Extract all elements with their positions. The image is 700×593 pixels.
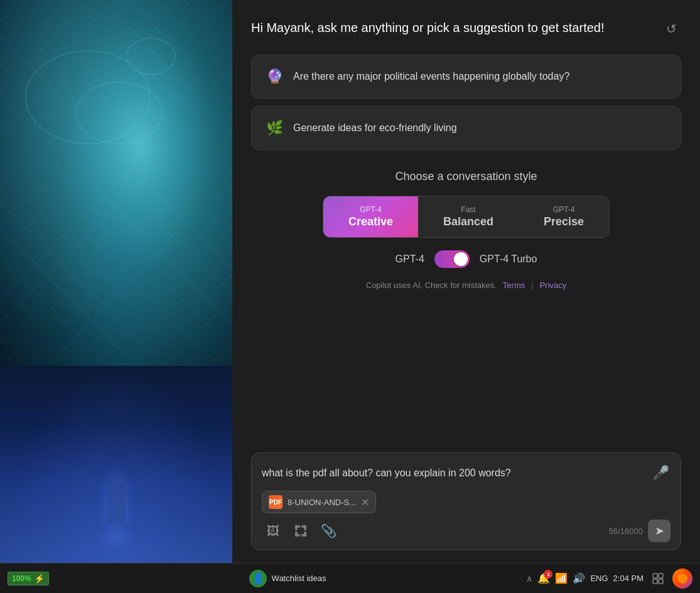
time-display: 2:04 PM bbox=[613, 574, 643, 583]
chat-input[interactable]: what is the pdf all about? can you expla… bbox=[262, 466, 644, 481]
input-container: what is the pdf all about? can you expla… bbox=[251, 452, 681, 550]
style-buttons-group: GPT-4 Creative Fast Balanced GPT-4 Preci… bbox=[323, 196, 610, 238]
wifi-icon[interactable]: 📶 bbox=[555, 572, 568, 584]
gpt4-label: GPT-4 bbox=[396, 254, 424, 265]
attachment-close-button[interactable]: ✕ bbox=[361, 496, 369, 508]
svg-rect-9 bbox=[659, 574, 663, 578]
input-toolbar: 🖼 📎 56/16000 ➤ bbox=[262, 520, 670, 542]
tray-chevron-icon[interactable]: ∧ bbox=[526, 574, 532, 584]
suggestion-card-2[interactable]: 🌿 Generate ideas for eco-friendly living bbox=[251, 106, 681, 150]
decorative-image-panel bbox=[0, 0, 232, 563]
gpt-toggle-switch[interactable] bbox=[434, 250, 470, 268]
figure-light bbox=[97, 525, 135, 550]
image-upload-icon[interactable]: 🖼 bbox=[262, 520, 284, 542]
char-count: 56/16000 bbox=[609, 526, 643, 536]
attachment-filename: 8-UNION-AND-S... bbox=[288, 498, 356, 507]
taskbar: 100% ⚡ 👤 Watchlist ideas ∧ 🔔 1 📶 🔊 ENG 2… bbox=[0, 563, 700, 593]
suggestion-card-1[interactable]: 🔮 Are there any major political events h… bbox=[251, 55, 681, 99]
suggestion-icon-1: 🔮 bbox=[264, 67, 284, 87]
terms-link[interactable]: Terms bbox=[503, 280, 525, 290]
watchlist-text: Watchlist ideas bbox=[272, 574, 326, 583]
svg-point-12 bbox=[677, 574, 687, 584]
suggestion-icon-2: 🌿 bbox=[264, 118, 284, 138]
svg-rect-7 bbox=[302, 535, 306, 536]
attach-file-icon[interactable]: 📎 bbox=[317, 520, 340, 542]
water-image-top bbox=[0, 0, 232, 366]
system-tray: ∧ 🔔 1 📶 🔊 ENG 2:04 PM bbox=[526, 569, 692, 589]
balanced-sublabel: Fast bbox=[461, 205, 475, 214]
balanced-label: Balanced bbox=[443, 215, 493, 228]
style-btn-precise[interactable]: GPT-4 Precise bbox=[519, 196, 609, 237]
screenshot-icon[interactable] bbox=[289, 520, 312, 542]
notification-area[interactable]: 🔔 1 bbox=[537, 572, 550, 584]
language-indicator[interactable]: ENG bbox=[590, 574, 608, 583]
svg-rect-5 bbox=[296, 535, 299, 536]
ocean-image-bottom bbox=[0, 366, 232, 563]
send-button[interactable]: ➤ bbox=[648, 520, 670, 542]
disclaimer-divider: | bbox=[531, 280, 533, 290]
privacy-link[interactable]: Privacy bbox=[540, 280, 567, 290]
precise-label: Precise bbox=[544, 215, 584, 228]
watchlist-icon: 👤 bbox=[249, 570, 267, 587]
battery-bolt-icon: ⚡ bbox=[34, 574, 45, 584]
attachment-chip: PDF 8-UNION-AND-S... ✕ bbox=[262, 491, 376, 513]
svg-rect-1 bbox=[296, 526, 297, 530]
action-center-icon[interactable] bbox=[649, 569, 667, 588]
attachment-file-icon: PDF bbox=[269, 495, 283, 509]
watchlist-item[interactable]: 👤 Watchlist ideas bbox=[243, 567, 333, 590]
greeting-text: Hi Mayank, ask me anything or pick a sug… bbox=[251, 19, 655, 36]
style-btn-creative[interactable]: GPT-4 Creative bbox=[323, 196, 418, 237]
style-title: Choose a conversation style bbox=[395, 170, 537, 183]
style-btn-balanced[interactable]: Fast Balanced bbox=[418, 196, 519, 237]
mic-icon[interactable]: 🎤 bbox=[650, 463, 670, 483]
attachment-area: PDF 8-UNION-AND-S... ✕ bbox=[262, 491, 670, 520]
svg-rect-11 bbox=[659, 579, 663, 584]
svg-rect-3 bbox=[304, 526, 306, 530]
disclaimer-text: Copilot uses AI. Check for mistakes. bbox=[366, 280, 497, 290]
greeting-header: Hi Mayank, ask me anything or pick a sug… bbox=[251, 19, 681, 39]
refresh-icon[interactable]: ↺ bbox=[661, 19, 681, 39]
suggestion-text-2: Generate ideas for eco-friendly living bbox=[293, 122, 457, 134]
creative-label: Creative bbox=[348, 215, 393, 228]
svg-rect-10 bbox=[653, 579, 657, 584]
suggestion-text-1: Are there any major political events hap… bbox=[293, 71, 569, 82]
svg-rect-8 bbox=[653, 574, 657, 578]
diver-figure bbox=[107, 475, 126, 525]
battery-percent: 100% bbox=[12, 574, 31, 583]
notification-badge: 1 bbox=[544, 570, 552, 579]
input-row: what is the pdf all about? can you expla… bbox=[262, 463, 670, 483]
gpt4-turbo-label: GPT-4 Turbo bbox=[480, 254, 537, 265]
style-section: Choose a conversation style GPT-4 Creati… bbox=[251, 170, 681, 290]
chat-panel: Hi Mayank, ask me anything or pick a sug… bbox=[232, 0, 700, 563]
sound-icon[interactable]: 🔊 bbox=[573, 572, 585, 584]
creative-sublabel: GPT-4 bbox=[360, 205, 382, 214]
precise-sublabel: GPT-4 bbox=[553, 205, 575, 214]
battery-indicator: 100% ⚡ bbox=[8, 572, 49, 585]
toggle-knob bbox=[454, 252, 468, 266]
caustic-overlay bbox=[0, 0, 232, 366]
copilot-taskbar-icon[interactable] bbox=[672, 569, 692, 589]
gpt-toggle-row: GPT-4 GPT-4 Turbo bbox=[396, 250, 537, 268]
disclaimer: Copilot uses AI. Check for mistakes. Ter… bbox=[366, 280, 567, 290]
